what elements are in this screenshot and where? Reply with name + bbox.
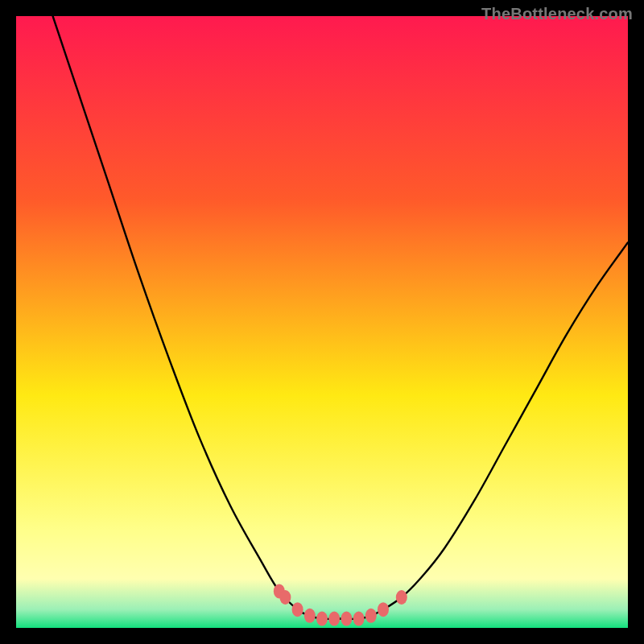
data-marker (353, 612, 365, 626)
gradient-background (16, 16, 628, 628)
plot-area (16, 16, 628, 628)
data-marker (378, 602, 389, 617)
data-marker (304, 609, 316, 623)
data-marker (279, 590, 291, 605)
data-marker (316, 612, 328, 626)
data-marker (341, 612, 352, 626)
watermark-label: TheBottleneck.com (481, 5, 633, 23)
chart-frame: TheBottleneck.com (0, 0, 644, 644)
data-marker (396, 590, 407, 605)
data-marker (365, 609, 377, 623)
chart-svg (16, 16, 628, 628)
data-marker (328, 612, 340, 626)
data-marker (292, 602, 303, 617)
